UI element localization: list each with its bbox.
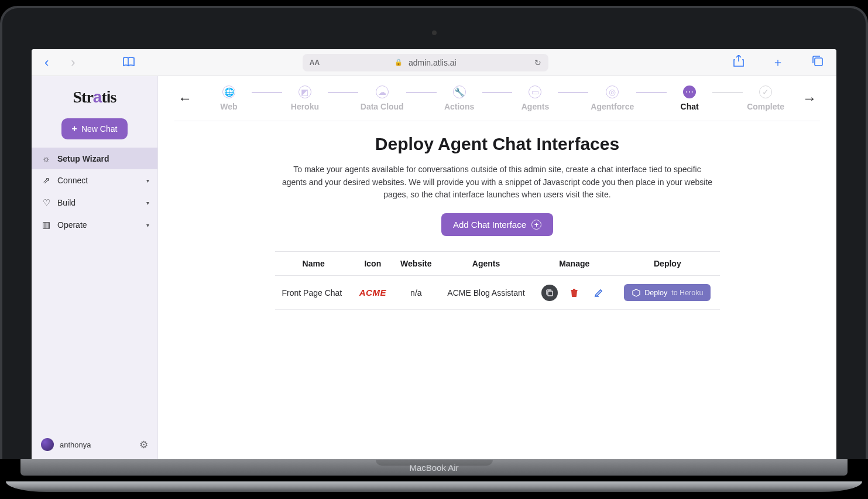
cell-website: n/a	[393, 276, 439, 310]
sidebar-item-label: Connect	[57, 176, 88, 185]
step-complete[interactable]: ✓ Complete	[745, 86, 786, 111]
user-avatar[interactable]	[41, 438, 54, 451]
col-manage: Manage	[533, 252, 615, 276]
add-chat-interface-button[interactable]: Add Chat Interface +	[441, 213, 553, 236]
operate-icon: ▥	[41, 220, 52, 230]
cell-manage	[533, 276, 615, 310]
step-connector	[558, 92, 588, 93]
cell-name: Front Page Chat	[275, 276, 352, 310]
url-text: admin.atlis.ai	[409, 58, 457, 67]
browser-actions: ＋	[733, 54, 824, 70]
agentforce-icon: ◎	[606, 86, 619, 98]
deploy-label: Deploy	[644, 289, 667, 297]
edit-button[interactable]	[591, 285, 607, 301]
chevron-down-icon: ▾	[146, 200, 149, 206]
check-icon: ✓	[759, 86, 772, 98]
col-name: Name	[275, 252, 352, 276]
step-connector	[712, 92, 743, 93]
chevron-down-icon: ▾	[146, 177, 149, 184]
wizard-stepper: ← 🌐 Web ◩ Heroku	[174, 76, 820, 121]
table-header-row: Name Icon Website Agents Manage Deploy	[275, 252, 720, 276]
browser-toolbar: ‹ › AA 🔒 admin.atlis.ai ↻	[32, 49, 836, 76]
sidebar: Stratis + New Chat ☼ Setup Wizard	[32, 76, 158, 459]
plus-icon: +	[72, 124, 77, 134]
laptop-frame: ‹ › AA 🔒 admin.atlis.ai ↻	[0, 6, 868, 492]
connect-icon: ⇗	[41, 175, 52, 186]
col-agents: Agents	[439, 252, 533, 276]
step-heroku[interactable]: ◩ Heroku	[284, 86, 325, 111]
page-description: To make your agents available for conver…	[281, 163, 714, 201]
wizard-prev-button[interactable]: ←	[174, 90, 195, 107]
step-web[interactable]: 🌐 Web	[208, 86, 249, 111]
sidebar-item-label: Build	[57, 198, 76, 207]
main-panel: ← 🌐 Web ◩ Heroku	[158, 76, 836, 459]
cell-deploy: Deploy to Heroku	[615, 276, 719, 310]
new-chat-label: New Chat	[81, 124, 117, 134]
share-button[interactable]	[733, 55, 744, 70]
address-bar-wrap: AA 🔒 admin.atlis.ai ↻	[153, 54, 698, 71]
sidebar-item-operate[interactable]: ▥ Operate ▾	[32, 214, 157, 236]
chat-icon: ⋯	[683, 86, 696, 98]
plus-circle-icon: +	[531, 220, 541, 230]
screen: ‹ › AA 🔒 admin.atlis.ai ↻	[32, 49, 836, 459]
tabs-button[interactable]	[812, 55, 824, 70]
step-chat[interactable]: ⋯ Chat	[669, 86, 710, 111]
col-icon: Icon	[352, 252, 393, 276]
svg-marker-2	[633, 289, 640, 296]
step-actions[interactable]: 🔧 Actions	[439, 86, 480, 111]
logo: Stratis	[32, 76, 157, 115]
chat-interfaces-table: Name Icon Website Agents Manage Deploy	[275, 251, 720, 310]
cloud-icon: ☁	[376, 86, 389, 98]
sidebar-item-setup-wizard[interactable]: ☼ Setup Wizard	[32, 148, 157, 169]
sidebar-item-label: Setup Wizard	[57, 154, 109, 163]
username: anthonya	[60, 440, 91, 449]
laptop-foot	[6, 481, 862, 492]
sidebar-toggle-icon[interactable]	[122, 55, 135, 70]
lock-icon: 🔒	[394, 59, 403, 66]
app-shell: Stratis + New Chat ☼ Setup Wizard	[32, 76, 836, 459]
address-bar[interactable]: AA 🔒 admin.atlis.ai ↻	[303, 54, 548, 71]
sidebar-footer: anthonya ⚙	[32, 430, 157, 459]
svg-rect-1	[548, 291, 553, 296]
nav-arrows: ‹ ›	[44, 55, 76, 70]
acme-logo: ACME	[359, 288, 386, 298]
cell-agents: ACME Blog Assistant	[439, 276, 533, 310]
deploy-suffix: to Heroku	[671, 289, 703, 297]
step-connector	[328, 92, 358, 93]
step-agentforce[interactable]: ◎ Agentforce	[591, 86, 634, 111]
step-connector	[482, 92, 513, 93]
sidebar-item-connect[interactable]: ⇗ Connect ▾	[32, 169, 157, 192]
step-connector	[636, 92, 667, 93]
screen-bezel: ‹ › AA 🔒 admin.atlis.ai ↻	[0, 6, 868, 459]
sidebar-nav: ☼ Setup Wizard ⇗ Connect ▾ ♡ Build ▾	[32, 148, 157, 236]
svg-rect-0	[815, 58, 822, 66]
reload-button[interactable]: ↻	[534, 58, 541, 67]
step-agents[interactable]: ▭ Agents	[514, 86, 555, 111]
card-icon: ▭	[529, 86, 541, 98]
col-deploy: Deploy	[615, 252, 719, 276]
step-datacloud[interactable]: ☁ Data Cloud	[361, 86, 404, 111]
copy-snippet-button[interactable]	[541, 285, 558, 301]
forward-button[interactable]: ›	[71, 55, 75, 70]
build-icon: ♡	[41, 197, 52, 208]
wrench-icon: 🔧	[453, 86, 466, 98]
settings-button[interactable]: ⚙	[139, 439, 148, 451]
sidebar-item-label: Operate	[57, 220, 87, 230]
sidebar-item-build[interactable]: ♡ Build ▾	[32, 192, 157, 214]
wizard-next-button[interactable]: →	[799, 90, 820, 107]
globe-icon: 🌐	[222, 86, 235, 98]
page-title: Deploy Agent Chat Interfaces	[210, 134, 785, 154]
back-button[interactable]: ‹	[44, 55, 49, 70]
new-tab-button[interactable]: ＋	[772, 54, 784, 70]
text-size-control[interactable]: AA	[310, 59, 320, 67]
heroku-icon: ◩	[299, 86, 311, 98]
wizard-steps: 🌐 Web ◩ Heroku ☁ Data Cloud	[201, 86, 793, 111]
new-chat-button[interactable]: + New Chat	[61, 118, 128, 139]
page-content: Deploy Agent Chat Interfaces To make you…	[174, 121, 820, 310]
cell-icon: ACME	[352, 276, 393, 310]
step-connector	[252, 92, 282, 93]
chevron-down-icon: ▾	[146, 222, 149, 228]
wizard-icon: ☼	[41, 153, 52, 163]
deploy-to-heroku-button[interactable]: Deploy to Heroku	[624, 284, 711, 301]
delete-button[interactable]	[566, 285, 582, 301]
